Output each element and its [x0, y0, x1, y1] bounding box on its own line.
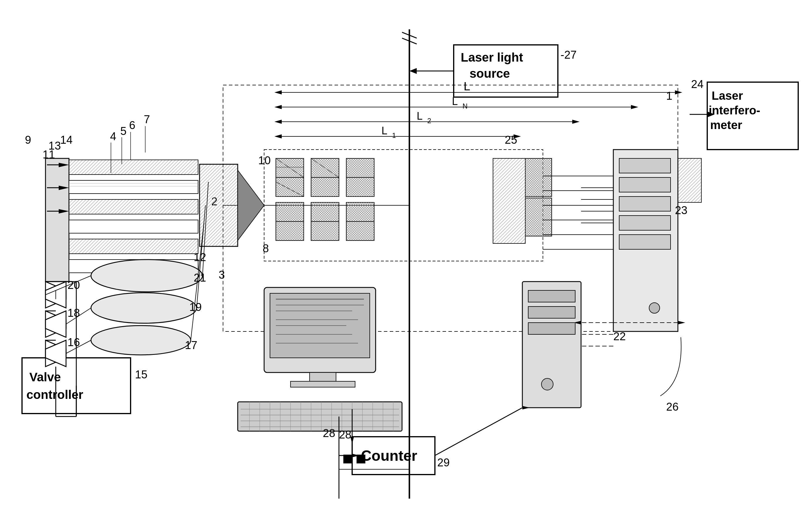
svg-rect-106: [619, 235, 670, 249]
ref-18: 18: [68, 307, 80, 319]
svg-text:2: 2: [427, 117, 431, 124]
ref-16: 16: [68, 336, 80, 349]
ref-23: 23: [675, 204, 687, 217]
svg-text:source: source: [469, 67, 510, 80]
svg-rect-53: [311, 177, 339, 196]
ref-15: 15: [135, 368, 147, 381]
svg-rect-102: [619, 158, 670, 173]
ref-3: 3: [219, 269, 225, 281]
ref-20: 20: [68, 279, 80, 291]
ref-5: 5: [120, 125, 127, 137]
svg-rect-61: [346, 221, 374, 240]
ref-4: 4: [110, 130, 116, 143]
ref-13: 13: [48, 139, 61, 152]
svg-rect-110: [69, 160, 198, 175]
svg-rect-64: [525, 198, 552, 236]
laser-light-source-label: Laser light: [461, 50, 523, 64]
svg-rect-104: [619, 196, 670, 211]
svg-point-131: [91, 293, 197, 323]
svg-rect-51: [276, 177, 304, 196]
diagram-container: Laser light source -27 Laser interfero- …: [0, 0, 812, 530]
Ln-label: L: [452, 95, 458, 107]
svg-point-130: [91, 260, 202, 292]
ref-27: -27: [561, 49, 577, 61]
svg-rect-56: [276, 202, 304, 221]
svg-rect-103: [619, 177, 670, 192]
ref-26: 26: [666, 401, 679, 413]
svg-point-100: [541, 378, 553, 390]
svg-rect-60: [346, 202, 374, 221]
svg-rect-50: [276, 158, 304, 177]
svg-rect-52: [311, 158, 339, 177]
ref-10: 10: [258, 154, 271, 166]
svg-rect-74: [309, 372, 336, 381]
svg-text:N: N: [463, 102, 467, 110]
L2-label: L: [417, 110, 423, 122]
ref-28-left: 28: [323, 427, 335, 439]
svg-rect-57: [276, 221, 304, 240]
svg-rect-98: [528, 307, 575, 318]
svg-rect-164: [343, 455, 352, 463]
ref-14: 14: [60, 134, 72, 146]
svg-rect-115: [69, 220, 198, 233]
ref-8: 8: [263, 242, 269, 254]
laser-interferometer-label-3: meter: [710, 118, 742, 131]
ref-22: 22: [613, 330, 626, 342]
svg-rect-75: [291, 381, 355, 387]
ref-25: 25: [505, 134, 517, 146]
svg-rect-54: [346, 158, 374, 177]
valve-controller-label-2: controller: [26, 388, 83, 401]
svg-rect-105: [619, 216, 670, 230]
ref-24: 24: [691, 78, 704, 90]
ref-19: 19: [189, 301, 202, 313]
svg-point-107: [649, 303, 660, 313]
ref-6: 6: [129, 119, 135, 131]
L-label: L: [464, 80, 470, 93]
svg-rect-58: [311, 202, 339, 221]
svg-rect-111: [69, 180, 198, 194]
svg-point-132: [91, 326, 191, 355]
svg-text:1: 1: [392, 131, 396, 139]
ref-21: 21: [194, 271, 206, 284]
ref-7: 7: [144, 113, 150, 126]
ref-1: 1: [666, 90, 672, 102]
svg-rect-99: [528, 323, 575, 334]
ref-29: 29: [437, 456, 450, 469]
ref-17: 17: [185, 339, 197, 351]
ref-28-right: 28: [339, 428, 351, 441]
svg-rect-114: [69, 200, 198, 214]
svg-rect-62: [493, 158, 525, 244]
laser-interferometer-label-2: interfero-: [709, 104, 760, 117]
L1-label: L: [381, 124, 387, 137]
svg-rect-116: [69, 239, 198, 254]
svg-rect-59: [311, 221, 339, 240]
svg-rect-97: [528, 290, 575, 302]
svg-rect-165: [357, 455, 365, 463]
svg-rect-109: [45, 158, 69, 282]
laser-interferometer-label-1: Laser: [712, 89, 743, 102]
svg-rect-108: [678, 158, 701, 202]
svg-rect-55: [346, 177, 374, 196]
ref-9: 9: [25, 134, 31, 146]
